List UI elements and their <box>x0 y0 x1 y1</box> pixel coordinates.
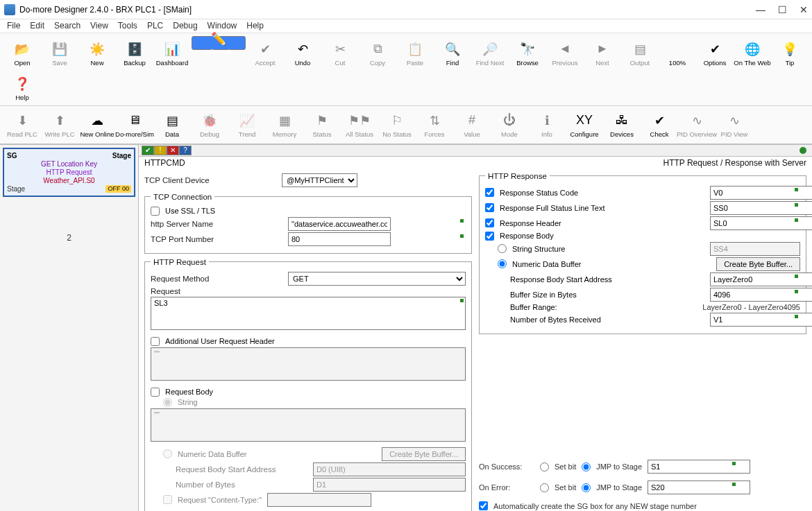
body-numeric-radio <box>163 449 172 458</box>
resp-header-checkbox[interactable] <box>485 218 494 227</box>
help-icon[interactable]: ? <box>179 146 192 155</box>
port-input[interactable] <box>288 232 391 246</box>
tool-undo[interactable]: ↶Undo <box>285 36 321 69</box>
undo-icon: ↶ <box>294 41 311 58</box>
tcp-device-select[interactable]: @MyHTTPClient <box>282 173 357 187</box>
http-response-group: HTTP Response Response Status Code Respo… <box>479 172 806 334</box>
tool-backup[interactable]: 🗄️Backup <box>117 36 153 69</box>
tool-new[interactable]: ☀️New <box>79 36 115 69</box>
tool-tip[interactable]: 💡Tip <box>772 36 808 69</box>
ladder-rail: SGStage GET Location Key HTTP Request We… <box>0 145 139 511</box>
configure-icon: XY <box>576 112 593 129</box>
tool-info: ℹInfo <box>529 107 565 141</box>
memory-icon: ▦ <box>276 112 293 129</box>
auto-create-sg-checkbox[interactable] <box>479 501 488 510</box>
tool-all-status: ⚑⚑All Status <box>341 107 378 141</box>
warn-icon[interactable]: ! <box>154 146 167 155</box>
rung-number: 2 <box>3 233 135 243</box>
server-name-input[interactable] <box>288 217 391 231</box>
tool-next: ►Next <box>584 36 620 69</box>
body-string-radio <box>163 398 172 407</box>
save-icon: 💾 <box>51 41 68 58</box>
menu-window[interactable]: Window <box>208 21 237 31</box>
devices-icon: 🖧 <box>614 112 630 129</box>
tool-100-[interactable]: 100% <box>659 36 695 69</box>
tool-edit-mode[interactable]: ✏️Edit Mode <box>192 36 246 50</box>
toolbar-main: 📂Open💾Save☀️New🗄️Backup📊Dashboard✏️Edit … <box>0 33 812 106</box>
new-icon: ☀️ <box>89 41 105 58</box>
tool-pid-overview: ∿PID Overview <box>679 107 715 141</box>
tool-debug: 🐞Debug <box>192 107 228 141</box>
onerror-setbit-radio[interactable] <box>540 483 549 492</box>
minimize-button[interactable]: — <box>756 4 766 15</box>
onerror-jmp-radio[interactable] <box>582 483 591 492</box>
tool-check[interactable]: ✔Check <box>641 107 677 141</box>
onsuccess-setbit-radio[interactable] <box>540 462 549 471</box>
tool-on-the-web[interactable]: 🌐On The Web <box>734 36 770 69</box>
tool-devices[interactable]: 🖧Devices <box>604 107 640 141</box>
cancel-icon[interactable]: ✕ <box>167 146 179 155</box>
request-method-select[interactable]: GET <box>288 272 466 286</box>
resp-numeric-radio[interactable] <box>498 259 507 268</box>
tool-previous: ◄Previous <box>547 36 583 69</box>
tool-forces: ⇅Forces <box>416 107 452 141</box>
menu-search[interactable]: Search <box>54 21 81 31</box>
tool-help[interactable]: ❓Help <box>4 71 40 104</box>
create-byte-buffer-resp-button[interactable]: Create Byte Buffer... <box>716 257 800 271</box>
no-status-icon: ⚐ <box>389 112 405 129</box>
tool-dashboard[interactable]: 📊Dashboard <box>154 36 190 69</box>
accept-icon: ✔ <box>257 41 273 58</box>
pid-view-icon: ∿ <box>726 112 743 129</box>
addl-header-text: "" <box>151 347 466 381</box>
mode-icon: ⏻ <box>501 112 518 129</box>
paste-icon: 📋 <box>407 41 423 58</box>
resp-status-line-checkbox[interactable] <box>485 203 494 212</box>
debug-icon: 🐞 <box>201 112 218 129</box>
instruction-name: HTTPCMD <box>144 158 185 168</box>
dashboard-icon: 📊 <box>164 41 180 58</box>
request-text[interactable]: SL3 <box>151 297 466 330</box>
menu-debug[interactable]: Debug <box>173 21 197 31</box>
tool-browse[interactable]: 🔭Browse <box>509 36 545 69</box>
resp-body-checkbox[interactable] <box>485 232 494 241</box>
previous-icon: ◄ <box>557 41 573 58</box>
menu-plc[interactable]: PLC <box>147 21 163 31</box>
content-type-input <box>267 493 371 507</box>
tool-no-status: ⚐No Status <box>379 107 415 141</box>
stage-box[interactable]: SGStage GET Location Key HTTP Request We… <box>3 148 135 197</box>
menu-help[interactable]: Help <box>246 21 264 31</box>
menu-file[interactable]: File <box>7 21 20 31</box>
tool-options[interactable]: ✔Options <box>697 36 733 69</box>
onsuccess-jmp-radio[interactable] <box>582 462 591 471</box>
use-ssl-checkbox[interactable] <box>151 207 160 216</box>
tool-do-more-sim[interactable]: 🖥Do-more/Sim <box>117 107 153 141</box>
tool-configure[interactable]: XYConfigure <box>566 107 602 141</box>
menu-edit[interactable]: Edit <box>30 21 44 31</box>
maximize-button[interactable]: ☐ <box>778 4 787 15</box>
resp-string-radio[interactable] <box>498 244 507 253</box>
resp-status-code-checkbox[interactable] <box>485 188 494 197</box>
check-icon: ✔ <box>651 112 668 129</box>
addl-header-checkbox[interactable] <box>151 337 160 346</box>
copy-icon: ⧉ <box>369 41 386 58</box>
tool-new-online[interactable]: ☁New Online <box>79 107 115 141</box>
stage-line-1: GET Location Key <box>7 160 131 168</box>
request-body-checkbox[interactable] <box>151 388 160 397</box>
tool-data[interactable]: ▤Data <box>154 107 190 141</box>
accept-icon[interactable]: ✔ <box>142 146 154 155</box>
tool-memory: ▦Memory <box>267 107 303 141</box>
next-icon: ► <box>594 41 611 58</box>
window-title: Do-more Designer 2.4.0 - BRX PLC1 - [SMa… <box>19 5 756 15</box>
tool-find[interactable]: 🔍Find <box>434 36 471 69</box>
all-status-icon: ⚑⚑ <box>351 112 368 129</box>
tool-accept: ✔Accept <box>247 36 283 69</box>
write-plc-icon: ⬆ <box>51 112 68 129</box>
request-body-text: "" <box>151 408 466 442</box>
menu-view[interactable]: View <box>90 21 108 31</box>
tool-pid-view: ∿PID View <box>716 107 752 141</box>
stage-badge: OFF 00 <box>105 185 131 193</box>
menu-tools[interactable]: Tools <box>118 21 137 31</box>
close-button[interactable]: ✕ <box>800 4 808 15</box>
tool-open[interactable]: 📂Open <box>4 36 40 69</box>
tool-copy: ⧉Copy <box>360 36 396 69</box>
